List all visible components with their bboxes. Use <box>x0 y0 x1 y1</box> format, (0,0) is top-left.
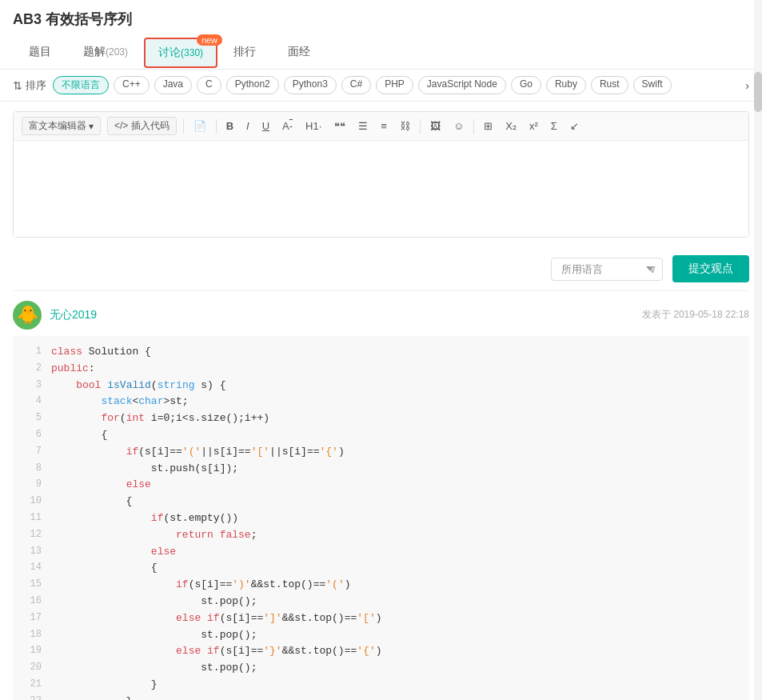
image-icon[interactable]: 🖼 <box>427 118 444 134</box>
ol-icon[interactable]: ≡ <box>377 118 390 134</box>
rich-text-toggle[interactable]: 富文本编辑器 ▾ <box>22 117 101 135</box>
code-line: 17 else if(s[i]==']'&&st.top()=='[') <box>26 610 736 627</box>
code-line: 18 st.pop(); <box>26 627 736 644</box>
code-line: 7 if(s[i]=='('||s[i]=='['||s[i]=='{') <box>26 444 736 461</box>
tab-bar: 题目 题解(203) 讨论(330) new 排行 面经 <box>13 37 749 69</box>
code-line: 8 st.push(s[i]); <box>26 461 736 478</box>
comment-author[interactable]: 无心2019 <box>50 308 97 321</box>
code-line: 1class Solution { <box>26 344 736 361</box>
code-line: 11 if(st.empty()) <box>26 510 736 527</box>
superscript-icon[interactable]: x² <box>526 118 541 134</box>
bold-icon[interactable]: B <box>223 118 237 134</box>
scrollbar[interactable] <box>754 0 762 700</box>
code-line: 4 stack<char>st; <box>26 394 736 410</box>
lang-more-button[interactable]: › <box>745 79 749 92</box>
comment-section: 🐥 无心2019 发表于 2019-05-18 22:18 1class Sol… <box>0 291 762 700</box>
lang-tag-c[interactable]: C <box>197 76 221 94</box>
code-line: 10 { <box>26 494 736 510</box>
lang-tag-php[interactable]: PHP <box>376 76 413 94</box>
tab-problem[interactable]: 题目 <box>13 37 67 69</box>
lang-tag-java[interactable]: Java <box>154 76 192 94</box>
format-icon[interactable]: ↙ <box>567 118 582 134</box>
lang-tag-cpp[interactable]: C++ <box>114 76 150 94</box>
dropdown-icon: ▾ <box>89 121 94 132</box>
comment-time: 发表于 2019-05-18 22:18 <box>642 308 749 322</box>
link-icon[interactable]: ⛓ <box>397 118 413 134</box>
code-line: 21 } <box>26 677 736 694</box>
underline-icon[interactable]: U <box>259 118 273 134</box>
editor-toolbar: 富文本编辑器 ▾ </> 插入代码 📄 B I U A- H1· ❝❝ ☰ ≡ … <box>14 112 748 141</box>
filter-toolbar: ⇅ 排序 不限语言 C++ Java C Python2 Python3 C# … <box>0 70 762 102</box>
divider-3 <box>420 119 421 134</box>
code-line: 22 } <box>26 694 736 700</box>
insert-code-button[interactable]: </> 插入代码 <box>107 117 177 135</box>
code-line: 14 { <box>26 560 736 577</box>
code-line: 15 if(s[i]==')'&&st.top()=='(') <box>26 577 736 594</box>
file-icon[interactable]: 📄 <box>190 118 209 134</box>
subscript-icon[interactable]: X₂ <box>502 118 520 134</box>
code-block: 1class Solution { 2public: 3 bool isVali… <box>13 336 749 700</box>
code-line: 5 for(int i=0;i<s.size();i++) <box>26 410 736 427</box>
submit-button[interactable]: 提交观点 <box>672 255 749 282</box>
ul-icon[interactable]: ☰ <box>355 118 371 134</box>
avatar: 🐥 <box>13 301 42 330</box>
lang-tag-python2[interactable]: Python2 <box>226 76 279 94</box>
divider-2 <box>216 119 217 134</box>
tab-discuss[interactable]: 讨论(330) new <box>144 38 217 68</box>
divider-4 <box>473 119 474 134</box>
editor-container: 富文本编辑器 ▾ </> 插入代码 📄 B I U A- H1· ❝❝ ☰ ≡ … <box>13 111 749 238</box>
avatar-icon: 🐥 <box>17 305 38 326</box>
code-line: 12 return false; <box>26 527 736 544</box>
comment-meta: 无心2019 发表于 2019-05-18 22:18 <box>50 308 749 322</box>
lang-tag-ruby[interactable]: Ruby <box>546 76 586 94</box>
submit-row: 所用语言不限语言C++JavaCPython2Python3C#PHPJavaS… <box>0 247 762 290</box>
heading-icon[interactable]: H1· <box>302 118 325 134</box>
emoji-icon[interactable]: ☺ <box>450 118 467 134</box>
tab-rank[interactable]: 排行 <box>217 37 272 69</box>
tab-interview[interactable]: 面经 <box>272 37 326 69</box>
table-icon[interactable]: ⊞ <box>481 118 496 134</box>
scrollbar-thumb[interactable] <box>754 72 762 112</box>
sort-button[interactable]: ⇅ 排序 <box>13 78 46 93</box>
tab-solution[interactable]: 题解(203) <box>67 37 144 69</box>
lang-tag-js[interactable]: JavaScript Node <box>418 76 506 94</box>
code-line: 20 st.pop(); <box>26 660 736 677</box>
code-line: 16 st.pop(); <box>26 594 736 610</box>
comment-header: 🐥 无心2019 发表于 2019-05-18 22:18 <box>13 301 749 330</box>
lang-tag-go[interactable]: Go <box>511 76 541 94</box>
code-line: 13 else <box>26 544 736 561</box>
italic-icon[interactable]: I <box>243 118 253 134</box>
language-filters: 不限语言 C++ Java C Python2 Python3 C# PHP J… <box>53 76 739 94</box>
editor-content[interactable] <box>14 141 748 237</box>
sigma-icon[interactable]: Σ <box>548 118 561 134</box>
divider-1 <box>183 119 184 134</box>
code-line: 6 { <box>26 427 736 444</box>
lang-tag-swift[interactable]: Swift <box>633 76 672 94</box>
lang-select[interactable]: 所用语言不限语言C++JavaCPython2Python3C#PHPJavaS… <box>551 258 663 281</box>
lang-tag-rust[interactable]: Rust <box>591 76 628 94</box>
lang-select-wrapper: 所用语言不限语言C++JavaCPython2Python3C#PHPJavaS… <box>551 258 663 281</box>
page-title: AB3 有效括号序列 <box>13 10 749 29</box>
lang-tag-python3[interactable]: Python3 <box>284 76 337 94</box>
code-line: 2public: <box>26 361 736 378</box>
code-line: 19 else if(s[i]=='}'&&st.top()=='{') <box>26 643 736 660</box>
quote-icon[interactable]: ❝❝ <box>331 118 349 134</box>
code-line: 9 else <box>26 477 736 494</box>
lang-tag-csharp[interactable]: C# <box>341 76 371 94</box>
code-line: 3 bool isValid(string s) { <box>26 378 736 394</box>
lang-tag-all[interactable]: 不限语言 <box>53 76 109 94</box>
header: AB3 有效括号序列 题目 题解(203) 讨论(330) new 排行 面经 <box>0 0 762 70</box>
strikethrough-icon[interactable]: A- <box>279 118 296 134</box>
sort-icon: ⇅ <box>13 79 22 92</box>
